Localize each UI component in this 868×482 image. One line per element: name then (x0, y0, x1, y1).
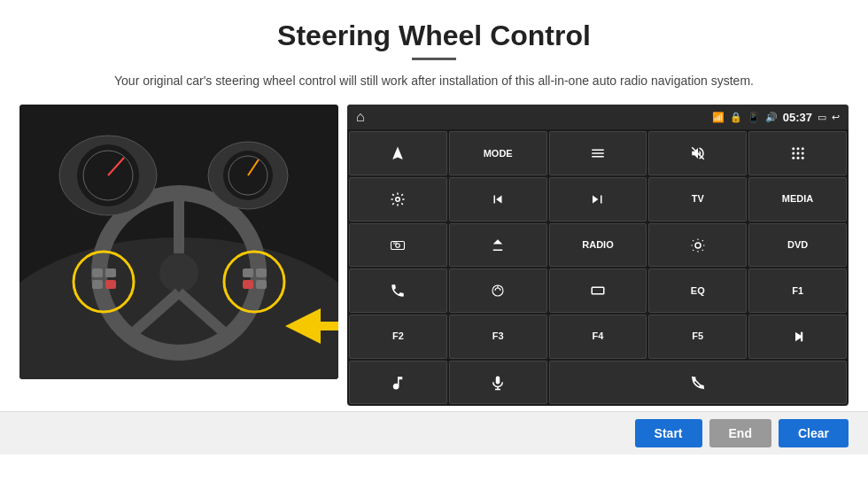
btn-swipe[interactable] (449, 268, 547, 313)
svg-point-29 (801, 147, 803, 150)
btn-phone-end[interactable] (549, 361, 847, 405)
btn-f1[interactable]: F1 (748, 268, 847, 313)
btn-prev[interactable] (449, 177, 547, 222)
status-time: 05:37 (783, 111, 812, 124)
svg-point-31 (796, 152, 799, 155)
svg-rect-16 (256, 280, 267, 289)
svg-rect-42 (592, 287, 604, 294)
wifi-icon: 📶 (712, 112, 725, 123)
page-title: Steering Wheel Control (0, 0, 868, 58)
btn-media[interactable]: MEDIA (748, 177, 847, 222)
bottom-bar: Start End Clear (0, 411, 868, 455)
btn-rect[interactable] (549, 268, 647, 313)
btn-navigate[interactable] (349, 131, 447, 175)
svg-rect-10 (92, 280, 103, 289)
btn-eq[interactable]: EQ (648, 268, 747, 313)
btn-settings[interactable] (349, 177, 447, 222)
btn-brightness[interactable] (648, 223, 747, 268)
svg-rect-44 (496, 376, 500, 384)
btn-dvd[interactable]: DVD (748, 223, 847, 268)
screen-icon: ▭ (818, 112, 826, 123)
btn-mode[interactable]: MODE (449, 131, 547, 175)
svg-point-28 (796, 147, 799, 150)
button-grid: MODE TV MEDIA 360 (347, 129, 849, 406)
svg-rect-43 (801, 332, 802, 342)
btn-playpause[interactable] (748, 315, 847, 359)
btn-f4[interactable]: F4 (549, 315, 647, 359)
btn-radio[interactable]: RADIO (549, 223, 647, 268)
btn-tv[interactable]: TV (648, 177, 747, 222)
svg-point-34 (796, 157, 799, 159)
svg-text:360: 360 (393, 241, 398, 245)
back-icon[interactable]: ↩ (832, 112, 840, 123)
btn-apps[interactable] (748, 131, 847, 175)
btn-menu[interactable] (549, 131, 647, 175)
svg-rect-11 (105, 280, 116, 289)
btn-next[interactable] (549, 177, 647, 222)
sim-icon: 📱 (748, 112, 760, 123)
svg-point-27 (792, 147, 794, 150)
btn-phone[interactable] (349, 268, 447, 313)
svg-point-30 (792, 152, 794, 155)
svg-rect-9 (105, 268, 116, 277)
clear-button[interactable]: Clear (779, 419, 849, 447)
svg-point-3 (159, 253, 198, 292)
btn-music[interactable] (349, 361, 447, 405)
svg-rect-15 (243, 280, 253, 289)
svg-point-33 (792, 157, 794, 159)
svg-point-32 (801, 152, 803, 155)
svg-point-35 (801, 157, 803, 159)
svg-point-40 (695, 243, 701, 248)
lock-icon: 🔒 (730, 112, 742, 123)
radio-panel: ⌂ 📶 🔒 📱 🔊 05:37 ▭ ↩ MODE (347, 105, 849, 406)
btn-360cam[interactable]: 360 (349, 223, 447, 268)
svg-rect-13 (243, 268, 253, 277)
svg-rect-14 (256, 268, 267, 277)
status-bar: ⌂ 📶 🔒 📱 🔊 05:37 ▭ ↩ (347, 105, 849, 129)
home-icon[interactable]: ⌂ (356, 109, 365, 125)
car-image (19, 105, 338, 379)
btn-mute[interactable] (648, 131, 747, 175)
svg-point-36 (396, 198, 400, 202)
btn-f2[interactable]: F2 (349, 315, 447, 359)
btn-eject[interactable] (449, 223, 547, 268)
svg-rect-8 (92, 268, 103, 277)
bluetooth-icon: 🔊 (765, 112, 778, 123)
start-button[interactable]: Start (635, 419, 702, 447)
btn-f5[interactable]: F5 (648, 315, 747, 359)
end-button[interactable]: End (709, 419, 771, 447)
btn-mic[interactable] (449, 361, 547, 405)
btn-f3[interactable]: F3 (449, 315, 547, 359)
page-subtitle: Your original car's steering wheel contr… (0, 71, 868, 105)
title-divider (412, 58, 456, 60)
